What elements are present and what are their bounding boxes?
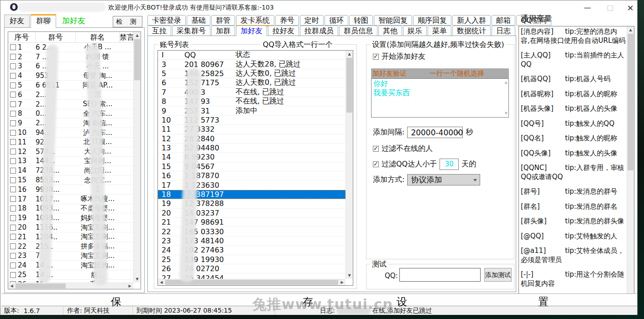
nav-tab[interactable]: 数据统计 xyxy=(452,26,491,36)
nav-tab[interactable]: 群管 xyxy=(211,15,235,26)
group-row[interactable]: 13 144... 宝网刷... xyxy=(8,157,133,166)
row-checkbox[interactable] xyxy=(10,196,16,202)
row-checkbox[interactable] xyxy=(10,120,16,126)
left-tab[interactable]: 加好友 xyxy=(57,14,90,28)
nav-tab[interactable]: 养号 xyxy=(275,15,299,26)
maximize-button[interactable]: □ xyxy=(604,3,617,12)
group-row[interactable]: 5 6 6511 同花 AP... xyxy=(8,81,133,90)
scroll-down-icon[interactable]: ▼ xyxy=(505,111,508,116)
group-row[interactable]: 16 9938... 1 xyxy=(8,185,133,195)
group-row[interactable]: 9 2... 淘 刷信... xyxy=(8,118,133,128)
account-vscrollbar[interactable]: ▲ ▼ xyxy=(346,51,353,279)
nav-tab[interactable]: 加好友 xyxy=(236,26,267,36)
group-row[interactable]: 21 1204.. 淘宝互刷... xyxy=(8,232,133,242)
minimize-button[interactable]: — xyxy=(581,3,594,12)
group-row[interactable]: 15 8553... 念淘宝... xyxy=(8,175,133,185)
nav-tab[interactable]: 发卡系统 xyxy=(236,15,274,26)
row-checkbox[interactable] xyxy=(10,111,16,117)
add-test-button[interactable]: 添加测试 xyxy=(484,268,512,282)
scroll-thumb[interactable] xyxy=(16,283,66,288)
nav-tab[interactable]: 娱乐 xyxy=(403,26,427,36)
group-row[interactable]: 22 215.. 拼多多福... xyxy=(8,242,133,252)
scroll-thumb[interactable] xyxy=(346,58,352,113)
group-row[interactable]: 8 0... 全 汽车... xyxy=(8,109,133,119)
add-method-select[interactable]: 协议添加 xyxy=(407,174,480,185)
row-checkbox[interactable] xyxy=(10,272,16,278)
group-table-hscrollbar[interactable]: ◀ ▶ xyxy=(8,283,133,289)
filter-daren-checkbox[interactable] xyxy=(373,161,379,167)
row-checkbox[interactable] xyxy=(10,101,16,107)
row-checkbox[interactable] xyxy=(10,54,16,60)
row-checkbox[interactable] xyxy=(10,262,16,268)
row-checkbox[interactable] xyxy=(10,215,16,221)
close-button[interactable]: ✕ xyxy=(624,3,637,13)
scroll-left-icon[interactable]: ◀ xyxy=(8,283,15,289)
scroll-down-icon[interactable]: ▼ xyxy=(134,276,141,283)
row-checkbox[interactable] xyxy=(10,253,16,259)
nav-tab[interactable]: 智能回复 xyxy=(374,15,412,26)
scroll-up-icon[interactable]: ▲ xyxy=(346,51,353,57)
group-row[interactable]: 2 7 ... 内测 馈 xyxy=(8,52,133,62)
group-row[interactable]: 4 953 母婴 淘... xyxy=(8,71,133,81)
scroll-up-icon[interactable]: ▲ xyxy=(505,80,508,85)
group-row[interactable]: 17 1017... 啄木鸟搜... xyxy=(8,195,133,204)
left-tab[interactable]: 好友 xyxy=(4,15,30,28)
group-row[interactable]: 23 7.. 淘宝互刷... xyxy=(8,252,133,261)
nav-tab[interactable]: 群员信息 xyxy=(339,26,377,36)
nav-tab[interactable]: 卡密登录 xyxy=(147,15,186,26)
row-checkbox[interactable] xyxy=(10,234,16,240)
group-row[interactable]: 24 14 ... 淘宝团购... xyxy=(8,261,133,270)
nav-tab[interactable]: 定时 xyxy=(300,15,324,26)
row-checkbox[interactable] xyxy=(10,158,16,164)
row-checkbox[interactable] xyxy=(10,63,16,69)
account-row[interactable]: 3 201 80967 达人天数28, 已跳过 xyxy=(158,60,346,69)
row-checkbox[interactable] xyxy=(10,186,16,192)
row-checkbox[interactable] xyxy=(10,44,16,50)
scroll-right-icon[interactable]: ▶ xyxy=(339,279,346,285)
group-row[interactable]: 19 1098... 妈妈母婴... xyxy=(8,213,133,223)
nav-tab[interactable]: 加群 xyxy=(211,26,235,36)
group-row[interactable]: 12 577... 大人淘... xyxy=(8,147,133,157)
group-row[interactable]: 20 1116.. 淘宝互刷... xyxy=(8,223,133,232)
row-checkbox[interactable] xyxy=(10,225,16,231)
row-checkbox[interactable] xyxy=(10,177,16,183)
group-row[interactable]: 14 7278... 尚沈阳... xyxy=(8,166,133,175)
row-checkbox[interactable] xyxy=(10,168,16,174)
daren-days-input[interactable]: 30 xyxy=(440,159,459,170)
group-row[interactable]: 11 92... 北 IT服... xyxy=(8,138,133,147)
row-checkbox[interactable] xyxy=(10,130,16,136)
test-qq-input[interactable] xyxy=(399,268,481,282)
nav-tab[interactable]: 拉群成员 xyxy=(300,26,338,36)
nav-tab[interactable]: 转图 xyxy=(349,15,373,26)
nav-tab[interactable]: 顺序回复 xyxy=(413,15,451,26)
scroll-thumb[interactable] xyxy=(134,39,140,80)
nav-tab[interactable]: 循环 xyxy=(325,15,348,26)
group-row[interactable]: 3 6 ... 小天 ... xyxy=(8,62,133,72)
check-button[interactable]: 检 测 xyxy=(113,16,142,27)
left-tab[interactable]: 群聊 xyxy=(31,14,56,28)
group-row[interactable]: 10 94... 泸 汽车... xyxy=(8,128,133,138)
verify-textarea[interactable]: 你好 我要买东西 ▲ ▼ xyxy=(371,78,509,118)
row-checkbox[interactable] xyxy=(10,149,16,154)
scroll-up-icon[interactable]: ▲ xyxy=(134,32,141,39)
row-checkbox[interactable] xyxy=(10,73,16,79)
row-checkbox[interactable] xyxy=(10,243,16,249)
group-row[interactable]: 25 14 ... 航... xyxy=(8,270,133,280)
group-row[interactable]: 6 2... 京 xyxy=(8,90,133,100)
nav-tab[interactable]: 其他 xyxy=(378,26,402,36)
nav-tab[interactable]: 互拉 xyxy=(147,26,171,36)
row-checkbox[interactable] xyxy=(10,82,16,88)
scroll-right-icon[interactable]: ▶ xyxy=(126,283,133,289)
group-row[interactable]: 1 6 2... 小天B ... xyxy=(8,43,133,52)
nav-tab[interactable]: 邮箱 xyxy=(492,15,515,26)
row-checkbox[interactable] xyxy=(10,206,16,211)
nav-tab[interactable]: 新人入群 xyxy=(452,15,491,26)
start-add-friend-checkbox[interactable] xyxy=(373,54,379,60)
scroll-down-icon[interactable]: ▼ xyxy=(346,272,353,279)
row-checkbox[interactable] xyxy=(10,92,16,98)
nav-tab[interactable]: 拉好友 xyxy=(268,26,299,36)
scroll-left-icon[interactable]: ◀ xyxy=(158,279,165,285)
row-checkbox[interactable] xyxy=(10,139,16,145)
filter-offline-checkbox[interactable] xyxy=(373,146,379,152)
nav-tab[interactable]: 基础 xyxy=(187,15,210,26)
